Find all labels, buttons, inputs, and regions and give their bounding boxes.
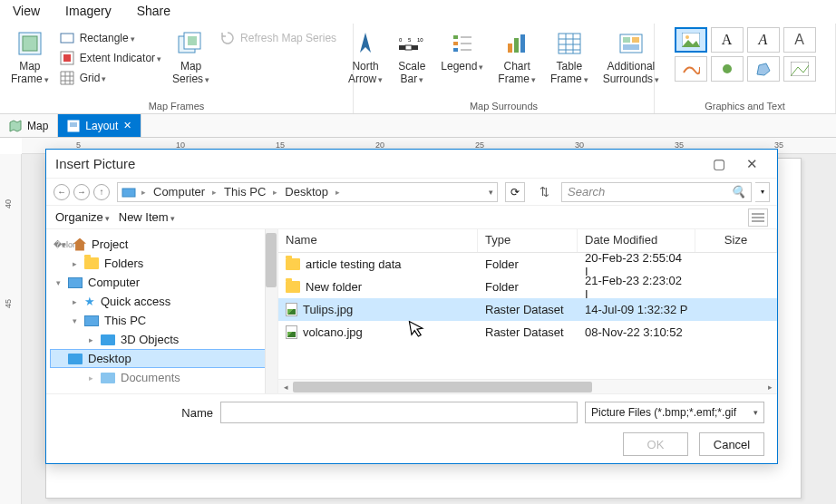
filename-input[interactable] [220,402,578,423]
grid-button[interactable]: Grid [60,69,161,87]
col-header-name[interactable]: Name [278,229,478,252]
svg-rect-2 [61,34,73,43]
3d-objects-icon [101,334,115,345]
refresh-button[interactable]: ⟳ [505,182,525,202]
name-label: Name [59,406,213,420]
svg-rect-4 [63,54,71,62]
north-arrow-button[interactable]: North Arrow [345,27,386,87]
nav-back-button[interactable]: ← [53,184,70,200]
file-list-hscroll[interactable]: ◂ ▸ [278,379,777,393]
computer-icon [68,277,83,288]
text-tool-a1[interactable]: A [711,27,744,53]
view-mode-button[interactable] [748,208,768,227]
col-header-type[interactable]: Type [478,229,578,252]
nav-up-button[interactable]: ↑ [93,184,110,200]
folder-icon [286,258,300,270]
additional-surrounds-icon [617,29,646,58]
tree-documents[interactable]: ▸Documents [50,368,274,387]
refresh-icon [220,31,235,45]
drive-icon [122,186,136,199]
map-frame-button[interactable]: Map Frame [7,27,53,87]
tree-this-pc[interactable]: ▾This PC [50,311,274,330]
extent-indicator-button[interactable]: Extent Indicator [60,49,161,67]
file-row[interactable]: volcano.jpgRaster Dataset08-Nov-22 3:10:… [278,321,777,344]
map-icon [9,120,22,132]
crumb-desktop[interactable]: Desktop [279,185,334,199]
tree-3d-objects[interactable]: ▸3D Objects [50,330,274,349]
close-button[interactable]: ✕ [735,151,768,177]
chart-frame-button[interactable]: Chart Frame [494,27,540,87]
close-icon[interactable]: ✕ [123,120,131,131]
cancel-button[interactable]: Cancel [699,432,764,456]
ribbon-tab-view[interactable]: View [13,4,40,18]
tree-folders[interactable]: ▸Folders [50,254,274,273]
image-file-icon [286,325,297,339]
svg-rect-30 [623,37,630,43]
file-name: volcano.jpg [303,325,363,339]
new-item-menu[interactable]: New Item [119,210,175,224]
file-type: Raster Dataset [478,325,578,339]
group-label-graphics: Graphics and Text [705,101,784,111]
ribbon-tab-imagery[interactable]: Imagery [65,4,112,18]
crumb-this-pc[interactable]: This PC [219,185,271,199]
crumb-computer[interactable]: Computer [148,185,210,199]
col-header-size[interactable]: Size [695,229,777,252]
svg-rect-16 [453,48,458,52]
map-series-button[interactable]: Map Series [169,27,213,87]
tree-project[interactable]: �elor▾Project [50,235,274,254]
table-frame-button[interactable]: Table Frame [547,27,592,87]
svg-text:10: 10 [417,37,423,43]
picture-tool[interactable] [675,27,707,53]
search-input[interactable]: Search 🔍 [561,182,752,202]
map-series-icon [177,29,206,58]
insert-picture-dialog: Insert Picture ▢ ✕ ← → ↑ ▸ Computer ▸ Th… [45,149,778,464]
file-row[interactable]: New folderFolder21-Feb-23 2:23:02 I [278,276,777,298]
nav-forward-button[interactable]: → [73,184,90,200]
svg-rect-15 [453,42,458,45]
svg-rect-22 [520,34,525,53]
svg-rect-23 [559,34,580,53]
svg-rect-8 [399,45,405,50]
file-list-header[interactable]: Name Type Date Modified Size [278,229,777,253]
maximize-button[interactable]: ▢ [703,151,735,177]
polygon-tool[interactable] [747,56,780,82]
search-options-button[interactable]: ▾ [755,182,770,202]
point-tool[interactable] [711,56,744,82]
map-frame-icon [15,29,44,58]
file-date: 14-Jul-09 1:32:32 P [578,303,695,316]
tree-scrollbar[interactable] [265,229,277,393]
scale-bar-button[interactable]: 0510 Scale Bar [394,27,430,87]
doc-tab-layout[interactable]: Layout ✕ [58,114,141,137]
path-bar[interactable]: ▸ Computer ▸ This PC ▸ Desktop ▸ ▾ [117,182,498,202]
ribbon-tab-share[interactable]: Share [137,4,170,18]
graphic-tool[interactable] [783,56,816,82]
text-tool-a2[interactable]: A [747,27,780,53]
file-row[interactable]: article testing dataFolder20-Feb-23 2:55… [278,253,777,276]
sort-button[interactable]: ⇅ [534,182,554,202]
folder-icon [84,257,99,269]
file-row[interactable]: Tulips.jpgRaster Dataset14-Jul-09 1:32:3… [278,298,777,321]
tree-computer[interactable]: ▾Computer [50,273,274,292]
organize-menu[interactable]: Organize [55,210,110,224]
extent-indicator-icon [60,51,74,65]
file-type: Raster Dataset [478,303,578,316]
file-filter-select[interactable]: Picture Files (*.bmp;*.emf;*.gif [585,402,764,423]
svg-rect-31 [632,37,639,43]
line-tool[interactable] [675,56,707,82]
point-icon [720,62,734,76]
tree-quick-access[interactable]: ▸★Quick access [50,292,274,311]
additional-surrounds-button[interactable]: Additional Surrounds [599,27,663,87]
rectangle-button[interactable]: Rectangle [60,29,161,47]
svg-rect-1 [23,36,37,51]
text-tool-a3[interactable]: A [783,27,816,53]
graphic-icon [791,62,809,76]
col-header-date[interactable]: Date Modified [578,229,695,252]
file-type: Folder [478,257,578,271]
folder-tree[interactable]: �elor▾Project ▸Folders ▾Computer ▸★Quick… [46,229,278,393]
legend-button[interactable]: Legend [437,27,487,74]
doc-tab-map[interactable]: Map [0,114,58,137]
picture-icon [682,33,700,47]
tree-desktop[interactable]: Desktop [50,349,274,368]
pc-icon [84,315,99,326]
star-icon: ★ [84,295,95,308]
